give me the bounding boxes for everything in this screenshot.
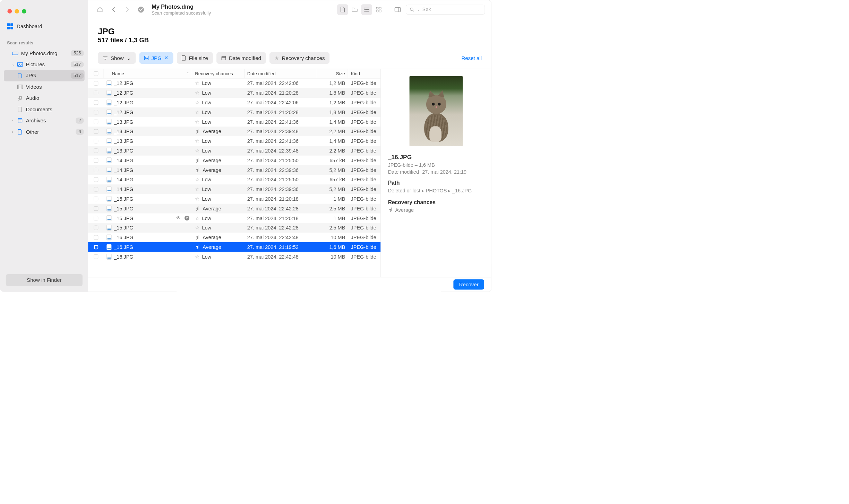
table-row[interactable]: _14.JPG☆Low27. mai 2024, 21:25:50657 kBJ… [88, 175, 380, 184]
chevron-down-icon[interactable]: ⌄ [12, 62, 17, 67]
table-row[interactable]: _12.JPG☆Low27. mai 2024, 21:20:281,8 MBJ… [88, 107, 380, 117]
table-row[interactable]: _16.JPG⯨Average27. mai 2024, 22:42:4810 … [88, 233, 380, 242]
row-checkbox[interactable] [88, 233, 104, 242]
sidebar-item-documents[interactable]: Documents [0, 104, 88, 115]
cell-date: 27. mai 2024, 21:19:52 [245, 242, 316, 252]
select-all-checkbox[interactable] [88, 69, 104, 78]
sidebar-item-jpg[interactable]: JPG 517 [4, 70, 85, 81]
reset-all-button[interactable]: Reset all [461, 55, 482, 61]
row-checkbox[interactable] [88, 165, 104, 175]
table-row[interactable]: _13.JPG⯨Average27. mai 2024, 22:39:482,2… [88, 127, 380, 136]
table-row[interactable]: _15.JPG⯨Average27. mai 2024, 22:42:282,5… [88, 204, 380, 214]
table-row[interactable]: _14.JPG⯨Average27. mai 2024, 21:25:50657… [88, 156, 380, 165]
show-in-finder-button[interactable]: Show in Finder [6, 274, 83, 286]
table-row[interactable]: _14.JPG⯨Average27. mai 2024, 22:39:365,2… [88, 165, 380, 175]
row-checkbox[interactable] [88, 194, 104, 204]
table-body[interactable]: _12.JPG☆Low27. mai 2024, 22:42:061,2 MBJ… [88, 78, 380, 277]
chevron-right-icon[interactable]: › [12, 130, 17, 134]
cell-name: _13.JPG [104, 136, 192, 146]
home-button[interactable] [95, 4, 105, 15]
recovery-value: Low [202, 109, 211, 115]
search-input[interactable]: ⌄ Søk [406, 5, 485, 15]
view-folder-button[interactable] [349, 4, 360, 15]
star-half-icon: ⯨ [195, 128, 200, 134]
recovery-value: Low [202, 80, 211, 86]
row-checkbox[interactable] [88, 78, 104, 88]
filter-chip-jpg[interactable]: JPG ✕ [139, 52, 173, 64]
file-name: _15.JPG [114, 206, 133, 211]
view-file-button[interactable] [337, 4, 348, 15]
cell-size: 1,4 MB [316, 117, 348, 127]
toolbar: My Photos.dmg Scan completed successfull… [88, 0, 491, 19]
sidebar-item-dashboard[interactable]: Dashboard [0, 21, 88, 32]
filter-file-size[interactable]: File size [177, 52, 213, 64]
calendar-icon [221, 55, 226, 60]
column-date[interactable]: Date modified [245, 69, 316, 78]
column-recovery[interactable]: Recovery chances [192, 69, 245, 78]
sidebar-label: Documents [26, 106, 84, 113]
hash-icon[interactable]: # [185, 216, 189, 220]
sidebar-item-pictures[interactable]: ⌄ Pictures 517 [0, 59, 88, 70]
file-icon [106, 129, 111, 134]
row-checkbox[interactable] [88, 117, 104, 127]
row-checkbox[interactable] [88, 184, 104, 194]
cell-size: 10 MB [316, 233, 348, 242]
toggle-preview-button[interactable] [392, 4, 403, 15]
table-row[interactable]: _13.JPG☆Low27. mai 2024, 22:39:482,2 MBJ… [88, 146, 380, 156]
row-checkbox[interactable] [88, 204, 104, 214]
remove-filter-icon[interactable]: ✕ [164, 55, 169, 61]
row-checkbox[interactable] [88, 88, 104, 98]
view-grid-button[interactable] [373, 4, 384, 15]
sidebar-item-audio[interactable]: Audio [0, 93, 88, 104]
view-list-button[interactable] [361, 4, 372, 15]
row-checkbox[interactable] [88, 98, 104, 107]
back-button[interactable] [108, 4, 119, 15]
minimize-window-button[interactable] [15, 9, 19, 14]
filter-date-modified[interactable]: Date modified [216, 52, 266, 64]
archive-icon [17, 118, 23, 123]
table-row[interactable]: _16.JPG⯨Average27. mai 2024, 21:19:521,6… [88, 242, 380, 252]
sidebar-item-archives[interactable]: › Archives 2 [0, 115, 88, 126]
column-name[interactable]: Name⌃ [104, 69, 192, 78]
row-checkbox[interactable] [88, 242, 104, 252]
show-dropdown[interactable]: Show ⌄ [98, 52, 136, 64]
status-check-icon [136, 4, 146, 15]
row-checkbox[interactable] [88, 156, 104, 165]
sidebar-item-disk[interactable]: My Photos.dmg 525 [0, 47, 88, 59]
table-row[interactable]: _13.JPG☆Low27. mai 2024, 22:41:361,4 MBJ… [88, 117, 380, 127]
maximize-window-button[interactable] [22, 9, 26, 14]
column-size[interactable]: Size [316, 69, 348, 78]
table-row[interactable]: _15.JPG☆Low27. mai 2024, 22:42:282,5 MBJ… [88, 223, 380, 233]
row-checkbox[interactable] [88, 127, 104, 136]
row-checkbox[interactable] [88, 136, 104, 146]
preview-icon[interactable]: 👁 [176, 216, 181, 221]
table-row[interactable]: _12.JPG☆Low27. mai 2024, 22:42:061,2 MBJ… [88, 78, 380, 88]
forward-button[interactable] [122, 4, 132, 15]
row-checkbox[interactable] [88, 146, 104, 156]
column-kind[interactable]: Kind [348, 69, 380, 78]
row-checkbox[interactable] [88, 107, 104, 117]
row-checkbox[interactable] [88, 252, 104, 262]
cell-name: _13.JPG [104, 117, 192, 127]
table-row[interactable]: _12.JPG☆Low27. mai 2024, 22:42:061,2 MBJ… [88, 98, 380, 107]
row-checkbox[interactable] [88, 223, 104, 233]
page-subtitle: 517 files / 1,3 GB [98, 36, 482, 44]
row-checkbox[interactable] [88, 213, 104, 223]
sidebar-item-videos[interactable]: Videos [0, 81, 88, 92]
sidebar: Dashboard Scan results My Photos.dmg 525… [0, 0, 88, 292]
table-row[interactable]: _13.JPG☆Low27. mai 2024, 22:41:361,4 MBJ… [88, 136, 380, 146]
table-row[interactable]: _16.JPG☆Low27. mai 2024, 22:42:4810 MBJP… [88, 252, 380, 262]
table-row[interactable]: _12.JPG☆Low27. mai 2024, 21:20:281,8 MBJ… [88, 88, 380, 98]
file-name: _12.JPG [114, 99, 133, 105]
row-checkbox[interactable] [88, 175, 104, 184]
cell-size: 5,2 MB [316, 165, 348, 175]
filter-recovery-chances[interactable]: ★ Recovery chances [269, 52, 329, 64]
table-row[interactable]: _14.JPG☆Low27. mai 2024, 22:39:365,2 MBJ… [88, 184, 380, 194]
sidebar-item-other[interactable]: › Other 6 [0, 126, 88, 137]
close-window-button[interactable] [7, 9, 12, 14]
cell-kind: JPEG-bilde [348, 78, 380, 88]
table-row[interactable]: _15.JPG☆Low27. mai 2024, 21:20:181 MBJPE… [88, 194, 380, 204]
chevron-right-icon[interactable]: › [12, 119, 17, 123]
table-row[interactable]: _15.JPG👁#☆Low27. mai 2024, 21:20:181 MBJ… [88, 213, 380, 223]
recover-button[interactable]: Recover [453, 279, 484, 290]
